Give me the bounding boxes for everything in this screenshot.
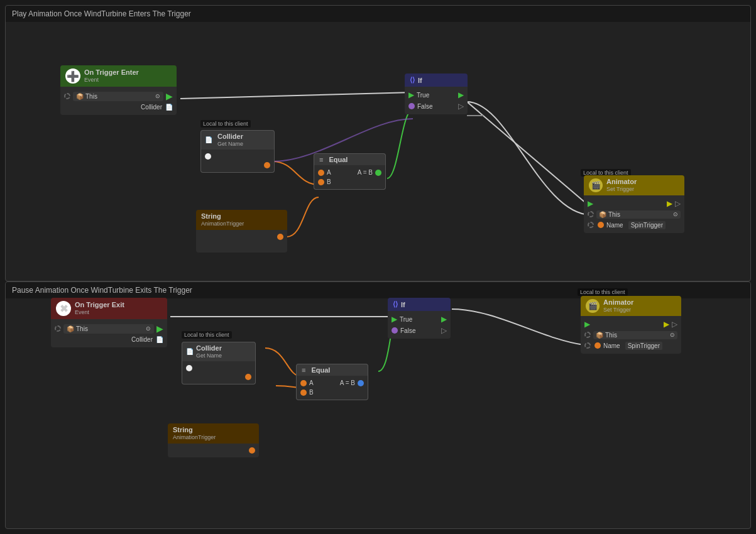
anim2-this-circle	[584, 332, 591, 338]
node-collider-get-name-1[interactable]: 📄 Collider Get Name	[200, 130, 275, 173]
local-badge-1: Local to this client	[200, 120, 251, 128]
collider-icon-2: 📄	[156, 336, 163, 343]
wire-canvas-1	[6, 6, 750, 281]
trigger-exit-subtitle: Event	[75, 309, 124, 316]
animator-sub-1: Set Trigger	[606, 186, 637, 193]
node-if-1[interactable]: ⟨⟩ If ▶ True ▶ False ▷	[405, 74, 468, 114]
node-equal-1[interactable]: ≡ Equal A A = B B	[314, 153, 386, 190]
local-badge-4: Local to this client	[578, 288, 628, 296]
collider-label-1: Collider	[141, 104, 162, 111]
section-pause-animation[interactable]: Pause Animation Once WindTurbine Exits T…	[5, 281, 751, 529]
anim-name-value-1: SpinTrigger	[628, 221, 666, 229]
anim-name-label-1: Name	[606, 222, 623, 229]
if2-cond-port	[392, 327, 398, 334]
equal2-a-label: A	[309, 379, 314, 386]
if-true-arrow-1: ▶	[408, 90, 414, 99]
anim-exec-in-1: ▶	[588, 199, 593, 208]
collider-getname-title: Collider	[217, 133, 243, 141]
node-string-2[interactable]: String AnimationTrigger	[168, 423, 259, 457]
if-false-label-1: False	[417, 103, 432, 110]
animator-icon-1: 🎬	[589, 178, 603, 192]
anim-this-target-1: ⊙	[673, 211, 678, 217]
animator-title-2: Animator	[603, 298, 633, 307]
trigger-enter-icon: ➕	[65, 68, 80, 84]
anim2-this-label: This	[605, 332, 617, 339]
this-icon: 📦	[76, 93, 84, 100]
exec-arrow-2: ▶	[156, 324, 163, 334]
if2-false-label: False	[400, 327, 415, 334]
anim-name-circle-1	[588, 222, 594, 228]
getname-out-port	[264, 162, 270, 168]
if2-true-arrow: ▶	[392, 315, 397, 324]
animator-sub-2: Set Trigger	[603, 307, 633, 313]
equal2-a-port	[300, 380, 307, 386]
collider-getname-title-2: Collider	[196, 344, 222, 352]
collider-getname-sub-2: Get Name	[196, 352, 222, 359]
section-title-1: Play Animation Once WindTurbine Enters T…	[12, 9, 191, 18]
string-sub-2: AnimationTrigger	[173, 434, 216, 441]
string-out-port-2	[249, 447, 255, 454]
section-play-animation[interactable]: Play Animation Once WindTurbine Enters T…	[5, 5, 751, 281]
equal-lines-icon-2: ≡	[302, 366, 305, 374]
node-on-trigger-enter[interactable]: ➕ On Trigger Enter Event 📦 This ⊙ ▶	[60, 65, 177, 115]
trigger-exit-title: On Trigger Exit	[75, 301, 124, 309]
equal2-b-port	[300, 390, 307, 396]
if2-true-out: ▶	[441, 315, 447, 324]
node-equal-2[interactable]: ≡ Equal A A = B B	[296, 364, 368, 400]
if-icon-2: ⟨⟩	[393, 300, 398, 308]
node-if-2[interactable]: ⟨⟩ If ▶ True ▶ False ▷	[388, 298, 451, 339]
anim2-name-value: SpinTrigger	[625, 342, 662, 350]
node-string-1[interactable]: String AnimationTrigger	[196, 210, 287, 253]
anim2-name-port	[594, 342, 601, 349]
trigger-enter-title: On Trigger Enter	[84, 68, 139, 77]
anim2-this-target: ⊙	[670, 332, 675, 338]
if2-true-label: True	[400, 316, 412, 323]
equal-title-2: Equal	[311, 366, 330, 374]
exec-out-circle	[64, 93, 70, 99]
node-animator-1[interactable]: 🎬 Animator Set Trigger ▶ ▶ ▷ 📦 This	[584, 175, 684, 233]
anim2-name-circle	[584, 342, 591, 349]
animator-title-1: Animator	[606, 178, 637, 186]
collider-label-2: Collider	[131, 336, 153, 343]
this-label-2: This	[76, 325, 88, 332]
anim2-exec-out: ▶	[664, 320, 669, 329]
exec-arrow-1: ▶	[166, 91, 173, 101]
anim2-exec-pass: ▷	[672, 320, 677, 329]
anim2-exec-in: ▶	[584, 320, 590, 329]
equal-out-port-1	[375, 170, 381, 176]
collider-getname-icon-2: 📄	[186, 348, 194, 355]
equal-title-1: Equal	[329, 156, 348, 163]
equal-b-label-1: B	[327, 178, 331, 185]
anim-name-port-1	[598, 222, 604, 228]
collider-icon-1: 📄	[165, 104, 173, 111]
if-title-1: If	[418, 77, 422, 84]
graph-container: Play Animation Once WindTurbine Enters T…	[0, 0, 756, 534]
anim-exec-out-1: ▶	[667, 199, 672, 208]
collider-getname-icon: 📄	[205, 136, 212, 143]
exec-out-circle-2	[55, 325, 61, 332]
if-true-label-1: True	[417, 92, 429, 99]
node-on-trigger-exit[interactable]: ✖ On Trigger Exit Event 📦 This ⊙ ▶	[51, 298, 167, 347]
collider-getname-sub: Get Name	[217, 141, 243, 148]
equal2-out-port	[358, 380, 364, 386]
string-title-1: String	[201, 212, 244, 221]
anim-exec-pass-1: ▷	[675, 199, 681, 208]
anim2-name-label: Name	[603, 342, 620, 349]
if-title-2: If	[401, 301, 405, 308]
equal-ab-label-1: A = B	[358, 169, 373, 176]
if-false-out-1: ▷	[458, 102, 464, 111]
equal-a-port-1	[318, 170, 324, 176]
node-animator-2[interactable]: 🎬 Animator Set Trigger ▶ ▶ ▷ 📦 This	[581, 296, 681, 354]
anim-this-label-1: This	[608, 211, 620, 218]
if-icon-1: ⟨⟩	[410, 76, 415, 84]
getname2-in	[186, 365, 192, 371]
equal2-b-label: B	[309, 389, 314, 396]
equal-a-label-1: A	[327, 169, 331, 176]
getname-in-port	[205, 153, 211, 160]
local-badge-3: Local to this client	[182, 331, 232, 339]
node-collider-get-name-2[interactable]: 📄 Collider Get Name	[182, 342, 256, 384]
equal-lines-icon: ≡	[319, 156, 323, 163]
trigger-enter-subtitle: Event	[84, 77, 139, 84]
anim-this-circle-1	[588, 211, 594, 217]
target-icon: ⊙	[155, 93, 160, 99]
